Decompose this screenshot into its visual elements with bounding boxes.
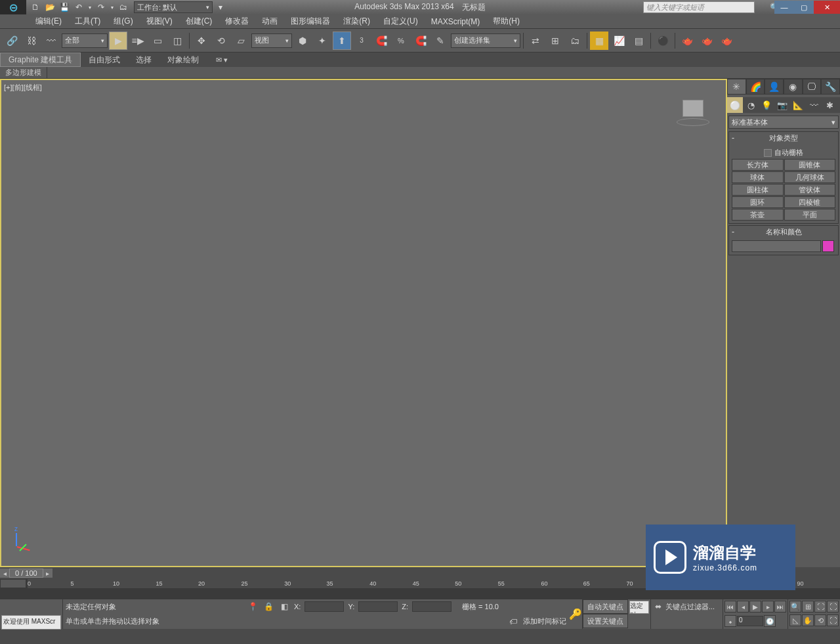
zoom-icon[interactable]: 🔍 [789,601,801,612]
snap-3d-icon[interactable]: 3 [352,32,371,50]
layer-manager-icon[interactable]: 🗂 [566,32,584,50]
selection-filter-dropdown[interactable]: 全部▾ [62,33,108,48]
curve-editor-icon[interactable]: 📈 [610,32,628,50]
view-cube[interactable] [673,93,713,126]
cmdtab-modify-icon[interactable]: 🌈 [746,79,765,95]
pivot-center-icon[interactable]: ⬢ [293,32,312,50]
select-object-icon[interactable]: ▶ [109,32,127,50]
prev-frame-icon[interactable]: ◂ [737,601,749,612]
keyboard-shortcut-icon[interactable]: ⬆ [333,32,351,50]
z-input[interactable] [412,601,452,612]
menu-rendering[interactable]: 渲染(R) [337,14,377,28]
fov-icon[interactable]: ◺ [789,614,801,626]
object-name-input[interactable] [732,240,821,252]
keymode-filter[interactable]: 选定对 [629,601,649,614]
zoom-all-icon[interactable]: ⊞ [802,601,814,612]
key-mode-icon[interactable]: ⬥ [724,615,736,627]
close-button[interactable]: ✕ [814,1,840,14]
primitive-teapot[interactable]: 茶壶 [732,209,784,221]
maximize-button[interactable]: ▢ [794,1,814,14]
rendered-frame-icon[interactable]: 🫖 [698,32,716,50]
tab-objectpaint[interactable]: 对象绘制 [159,53,207,67]
primitive-torus[interactable]: 圆环 [732,196,784,208]
time-config-icon[interactable]: 🕐 [764,615,776,627]
material-editor-icon[interactable]: ⚫ [654,32,672,50]
primitive-geosphere[interactable]: 几何球体 [784,171,836,183]
time-slider-handle[interactable]: 0 / 100 [9,569,43,578]
menu-customize[interactable]: 自定义(U) [377,14,425,28]
play-icon[interactable]: ▶ [749,601,761,612]
menu-animation[interactable]: 动画 [255,14,284,28]
subtab-shapes-icon[interactable]: ◔ [743,97,759,113]
primitive-box[interactable]: 长方体 [732,159,784,171]
rollout-header-objtype[interactable]: - 对象类型 [729,132,838,144]
time-tag-icon[interactable]: 🏷 [507,616,519,628]
project-icon[interactable]: 🗂 [117,1,130,13]
mirror-icon[interactable]: ⇄ [526,32,545,50]
setkey-large-icon[interactable]: ⬌ [652,601,664,612]
subtab-cameras-icon[interactable]: 📷 [774,97,790,113]
subtab-spacewarps-icon[interactable]: 〰 [806,97,822,113]
view-cube-face[interactable] [682,100,704,117]
subtab-lights-icon[interactable]: 💡 [759,97,774,113]
menu-create[interactable]: 创建(C) [179,14,219,28]
lock-icon[interactable]: 🔒 [262,601,274,612]
menu-group[interactable]: 组(G) [107,14,139,28]
lock-selection-icon[interactable]: 📍 [247,601,259,612]
minimize-button[interactable]: — [774,1,794,14]
primitive-cylinder[interactable]: 圆柱体 [732,184,784,196]
ribbon-expand-icon[interactable]: ✉ ▾ [212,56,232,64]
subtab-systems-icon[interactable]: ✱ [822,97,837,113]
bind-spacewarp-icon[interactable]: 〰 [42,32,60,50]
undo-dropdown-icon[interactable]: ▾ [87,1,93,13]
move-icon[interactable]: ✥ [192,32,211,50]
orbit-icon[interactable]: ⟲ [814,614,826,626]
rotate-icon[interactable]: ⟲ [212,32,230,50]
pan-icon[interactable]: ✋ [802,614,814,626]
rollout-header-namecolor[interactable]: - 名称和颜色 [729,226,838,238]
time-prev-icon[interactable]: ◂ [0,569,9,578]
menu-views[interactable]: 视图(V) [140,14,179,28]
primitive-sphere[interactable]: 球体 [732,171,784,183]
autogrid-checkbox[interactable] [764,149,772,157]
open-icon[interactable]: 📂 [43,1,56,13]
primitive-plane[interactable]: 平面 [784,209,836,221]
viewport-label[interactable]: [+][前][线框] [4,83,42,93]
scale-icon[interactable]: ▱ [232,32,250,50]
menu-help[interactable]: 帮助(H) [486,14,526,28]
goto-end-icon[interactable]: ⏭ [774,601,786,612]
viewport[interactable]: [+][前][线框] [0,79,727,567]
menu-grapheditors[interactable]: 图形编辑器 [284,14,337,28]
app-logo-icon[interactable]: ⊝ [0,0,26,14]
menu-modifiers[interactable]: 修改器 [219,14,255,28]
named-selection-dropdown[interactable]: 创建选择集▾ [451,33,520,48]
primitive-cone[interactable]: 圆锥体 [784,159,836,171]
setkey-button[interactable]: 设置关键点 [583,614,628,628]
x-input[interactable] [304,601,344,612]
redo-dropdown-icon[interactable]: ▾ [109,1,116,13]
workspace-menu-icon[interactable]: ▾ [214,1,227,13]
key-filters[interactable]: 关键点过滤器... [665,602,715,612]
spinner-snap-icon[interactable]: 🧲 [411,32,430,50]
render-setup-icon[interactable]: 🫖 [678,32,696,50]
tab-selection[interactable]: 选择 [128,53,159,67]
zoom-extents-all-icon[interactable]: ⛶ [827,601,839,612]
cmdtab-display-icon[interactable]: 🖵 [803,79,822,95]
geometry-category-dropdown[interactable]: 标准基本体▾ [728,116,839,129]
ref-coord-dropdown[interactable]: 视图▾ [251,33,292,48]
current-frame-input[interactable]: 0 [737,616,763,626]
subtab-helpers-icon[interactable]: 📐 [790,97,806,113]
cmdtab-utilities-icon[interactable]: 🔧 [821,79,840,95]
save-icon[interactable]: 💾 [58,1,71,13]
autokey-button[interactable]: 自动关键点 [583,599,628,614]
percent-snap-icon[interactable]: % [392,32,410,50]
trackbar-toggle-icon[interactable] [0,579,26,588]
schematic-view-icon[interactable]: ▤ [629,32,648,50]
tab-graphite[interactable]: Graphite 建模工具 [0,53,81,67]
subtab-geometry-icon[interactable]: ⚪ [727,97,743,113]
window-crossing-icon[interactable]: ◫ [168,32,186,50]
link-icon[interactable]: 🔗 [3,32,21,50]
cmdtab-hierarchy-icon[interactable]: 👤 [765,79,784,95]
object-color-swatch[interactable] [822,240,834,252]
select-by-name-icon[interactable]: ≡▶ [129,32,147,50]
